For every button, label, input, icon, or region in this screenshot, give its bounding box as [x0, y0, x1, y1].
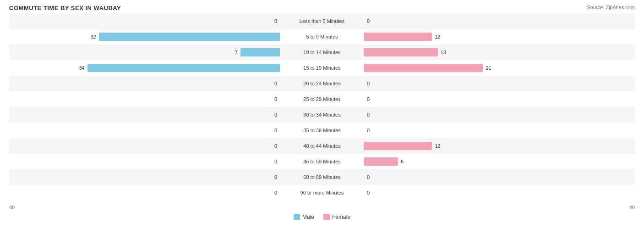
val-female: 0 [367, 128, 370, 133]
axis-right-label: 40 [629, 205, 635, 210]
chart-row: 20 to 24 Minutes00 [9, 76, 635, 91]
bar-female [364, 157, 398, 166]
val-male: 0 [274, 112, 277, 117]
chart-row: 45 to 59 Minutes06 [9, 154, 635, 169]
row-inner: 25 to 29 Minutes00 [9, 91, 635, 107]
chart-row: 60 to 89 Minutes00 [9, 169, 635, 185]
row-label: 90 or more Minutes [281, 190, 363, 195]
row-inner: 10 to 14 Minutes713 [9, 45, 635, 60]
row-label: 5 to 9 Minutes [281, 34, 363, 39]
val-male: 0 [274, 159, 277, 164]
val-male: 0 [274, 128, 277, 133]
row-label: 15 to 19 Minutes [281, 65, 363, 71]
row-inner: 90 or more Minutes00 [9, 185, 635, 201]
legend-male-label: Male [302, 214, 314, 220]
axis-bottom: 40 40 [9, 203, 635, 212]
row-label: 30 to 34 Minutes [281, 112, 363, 117]
row-inner: Less than 5 Minutes00 [9, 13, 635, 29]
legend-male: Male [294, 214, 314, 220]
row-label: 20 to 24 Minutes [281, 81, 363, 86]
val-female: 12 [435, 143, 440, 149]
val-male: 0 [274, 143, 277, 149]
chart-row: 25 to 29 Minutes00 [9, 91, 635, 107]
chart-row: 15 to 19 Minutes3421 [9, 60, 635, 76]
val-male: 0 [274, 96, 277, 102]
bar-female [364, 142, 432, 150]
row-label: 10 to 14 Minutes [281, 50, 363, 55]
val-male: 0 [274, 174, 277, 180]
row-inner: 60 to 89 Minutes00 [9, 169, 635, 185]
chart-row: 90 or more Minutes00 [9, 185, 635, 201]
row-label: 25 to 29 Minutes [281, 96, 363, 102]
axis-left-label: 40 [9, 205, 15, 210]
chart-row: Less than 5 Minutes00 [9, 13, 635, 29]
row-label: 35 to 39 Minutes [281, 128, 363, 133]
row-inner: 5 to 9 Minutes3212 [9, 29, 635, 45]
val-male: 32 [90, 34, 96, 39]
val-male: 0 [274, 18, 277, 24]
row-inner: 15 to 19 Minutes3421 [9, 60, 635, 76]
row-inner: 40 to 44 Minutes012 [9, 138, 635, 154]
row-inner: 35 to 39 Minutes00 [9, 123, 635, 138]
legend: Male Female [9, 214, 635, 220]
row-label: 45 to 59 Minutes [281, 159, 363, 164]
row-inner: 20 to 24 Minutes00 [9, 76, 635, 91]
row-label: 60 to 89 Minutes [281, 174, 363, 180]
chart-row: 35 to 39 Minutes00 [9, 123, 635, 138]
bar-female [364, 48, 438, 56]
row-label: 40 to 44 Minutes [281, 143, 363, 149]
chart-container: COMMUTE TIME BY SEX IN WAUBAY Source: Zi… [0, 0, 644, 240]
bar-male [99, 33, 280, 41]
val-male: 34 [79, 65, 85, 71]
legend-male-box [294, 214, 300, 220]
val-female: 0 [367, 190, 370, 195]
val-female: 6 [401, 159, 404, 164]
val-female: 0 [367, 174, 370, 180]
row-label: Less than 5 Minutes [281, 18, 363, 24]
chart-title: COMMUTE TIME BY SEX IN WAUBAY [9, 5, 635, 11]
legend-female: Female [323, 214, 350, 220]
val-female: 12 [435, 34, 440, 39]
val-female: 0 [367, 81, 370, 86]
bar-female [364, 64, 483, 72]
val-female: 0 [367, 96, 370, 102]
chart-row: 10 to 14 Minutes713 [9, 45, 635, 60]
row-inner: 30 to 34 Minutes00 [9, 107, 635, 123]
val-male: 0 [274, 190, 277, 195]
val-female: 13 [441, 50, 446, 55]
chart-row: 40 to 44 Minutes012 [9, 138, 635, 154]
legend-female-box [323, 214, 330, 220]
val-male: 7 [235, 50, 237, 55]
source-text: Source: ZipAtlas.com [587, 5, 635, 10]
val-female: 0 [367, 18, 370, 24]
row-inner: 45 to 59 Minutes06 [9, 154, 635, 169]
chart-row: 30 to 34 Minutes00 [9, 107, 635, 123]
val-female: 0 [367, 112, 370, 117]
val-female: 21 [486, 65, 491, 71]
bar-male [87, 64, 280, 72]
legend-female-label: Female [332, 214, 350, 220]
bar-male [240, 48, 280, 56]
val-male: 0 [274, 81, 277, 86]
chart-row: 5 to 9 Minutes3212 [9, 29, 635, 45]
chart-area: Less than 5 Minutes005 to 9 Minutes32121… [9, 13, 635, 203]
bar-female [364, 33, 432, 41]
